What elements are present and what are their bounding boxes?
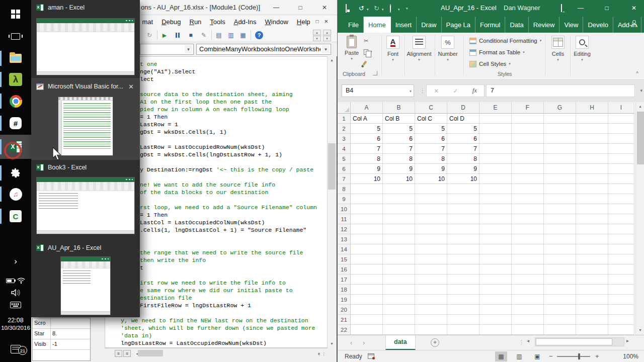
grid-cell[interactable] (479, 204, 512, 214)
grid-cell[interactable]: 8 (383, 154, 415, 164)
tab-data[interactable]: Data (505, 17, 528, 33)
property-row[interactable]: Scro (33, 318, 90, 329)
grid-cell[interactable] (479, 244, 512, 254)
grid-cell[interactable] (576, 134, 608, 144)
vba-menu-add-ins[interactable]: Add-Ins (229, 18, 261, 26)
grid-cell[interactable] (608, 254, 634, 264)
code-line[interactable]: of the data blocks to our destination (140, 189, 317, 196)
code-line[interactable] (140, 136, 317, 143)
touch-keyboard-button[interactable] (0, 295, 31, 315)
sheet-nav-left-icon[interactable]: ‹ (350, 339, 352, 346)
cut-icon[interactable]: ✂ (364, 37, 377, 45)
full-module-view-button[interactable]: ≡ (123, 350, 131, 357)
grid-cell[interactable] (447, 224, 479, 234)
grid-cell[interactable] (351, 264, 383, 275)
grid-cell[interactable] (608, 164, 634, 174)
grid-cell[interactable] (479, 275, 512, 285)
row-header-18[interactable]: 18 (338, 285, 351, 295)
grid-cell[interactable] (608, 275, 634, 285)
toolbar-dock-handle[interactable]: ▾ (323, 36, 331, 41)
format-as-table-button[interactable]: Format as Table ▾ (469, 48, 525, 57)
lambda-app-button[interactable]: λ (0, 69, 31, 89)
code-line[interactable]: lect (140, 75, 317, 83)
grid-cell[interactable] (479, 285, 512, 295)
code-line[interactable]: nge("A1").Select (140, 68, 317, 75)
grid-cell[interactable]: 10 (415, 174, 447, 184)
grid-cell[interactable] (479, 154, 512, 164)
row-header-4[interactable]: 4 (338, 144, 351, 154)
row-header-20[interactable]: 20 (338, 305, 351, 315)
excel-titlebar[interactable]: ↺ ▾ ↻ ▾ ▾ ▾ AU_Apr_16 - Excel Dan Wagner… (338, 0, 644, 17)
grid-cell[interactable] (512, 134, 544, 144)
grid-cell[interactable] (544, 114, 576, 124)
grid-cell[interactable] (608, 214, 634, 224)
grid-cell[interactable] (544, 305, 576, 315)
name-box[interactable]: B4 ▾ (342, 84, 414, 97)
grid-cell[interactable] (351, 204, 383, 214)
scrollbar-thumb[interactable] (637, 112, 644, 164)
grid-cell[interactable] (479, 295, 512, 305)
grid-cell[interactable] (608, 154, 634, 164)
page-break-view-button[interactable]: ▣ (531, 351, 543, 361)
row-header-11[interactable]: 11 (338, 214, 351, 224)
collapse-ribbon-icon[interactable]: ^ (636, 71, 638, 76)
grid-cell[interactable]: 10 (383, 174, 415, 184)
conditional-formatting-button[interactable]: Conditional Formatting ▾ (469, 36, 541, 45)
grid-cell[interactable] (479, 114, 512, 124)
grid-cell[interactable] (512, 194, 544, 204)
clock-date[interactable]: 10/30/2016 (0, 325, 31, 331)
grid-cell[interactable] (383, 305, 415, 315)
format-painter-icon[interactable] (364, 59, 377, 67)
grid-cell[interactable] (447, 264, 479, 275)
show-hidden-icons-button[interactable]: › (0, 251, 31, 272)
code-line[interactable]: then write the info (140, 256, 317, 264)
grid-cell[interactable] (544, 194, 576, 204)
tab-file[interactable]: File (344, 17, 364, 33)
zoom-slider-thumb[interactable] (578, 353, 580, 359)
code-line[interactable]: ne! We want to add the source file info (140, 181, 317, 189)
help-icon[interactable]: ? (254, 30, 265, 40)
grid-cell[interactable] (447, 234, 479, 244)
grid-cell[interactable] (479, 224, 512, 234)
grid-cell[interactable] (415, 244, 447, 254)
grid-cell[interactable] (383, 254, 415, 264)
grid-cell[interactable] (447, 204, 479, 214)
grid-cell[interactable] (608, 264, 634, 275)
grid-cell[interactable] (608, 174, 634, 184)
row-header-19[interactable]: 19 (338, 295, 351, 305)
chevron-down-icon[interactable]: ▾ (322, 45, 330, 53)
grid-cell[interactable] (415, 204, 447, 214)
grid-cell[interactable] (415, 295, 447, 305)
clipboard-dialog-launcher[interactable] (373, 71, 377, 75)
grid-cell[interactable] (415, 194, 447, 204)
grid-cell[interactable]: 8 (447, 154, 479, 164)
tab-home[interactable]: Home (364, 17, 391, 33)
grid-cell[interactable] (576, 124, 608, 134)
grid-cell[interactable] (608, 184, 634, 194)
code-line[interactable]: t one (140, 60, 317, 68)
enter-icon[interactable]: ✓ (453, 87, 458, 95)
code-line[interactable] (140, 272, 317, 279)
column-header-E[interactable]: E (479, 102, 512, 114)
excel-vertical-scrollbar[interactable]: ▴ ▾ (635, 102, 644, 335)
grid-cell[interactable] (351, 194, 383, 204)
grid-cell[interactable] (351, 224, 383, 234)
new-sheet-icon[interactable]: + (431, 338, 439, 347)
grid-cell[interactable]: Col B (383, 114, 415, 124)
grid-cell[interactable]: 7 (447, 144, 479, 154)
grid-cell[interactable] (383, 275, 415, 285)
grid-cell[interactable] (608, 194, 634, 204)
grid-cell[interactable] (351, 295, 383, 305)
procedure-dropdown[interactable]: CombineManyWorkbooksIntoOneWorkshe ▾ (196, 44, 331, 55)
code-line[interactable]: the range that we need to write the sour… (140, 249, 317, 256)
grid-cell[interactable]: 8 (415, 154, 447, 164)
row-header-16[interactable]: 16 (338, 264, 351, 275)
grid-cell[interactable] (576, 224, 608, 234)
preview-item-au-apr-16[interactable]: X AU_Apr_16 - Excel (31, 240, 140, 317)
column-header-C[interactable]: C (415, 102, 447, 114)
vba-code-block[interactable]: t onenge("A1").Selectlect source data to… (140, 60, 317, 309)
grid-cell[interactable] (512, 184, 544, 194)
grid-cell[interactable] (415, 275, 447, 285)
excel-minimize-button[interactable]: — (572, 0, 589, 17)
grid-cell[interactable] (415, 285, 447, 295)
